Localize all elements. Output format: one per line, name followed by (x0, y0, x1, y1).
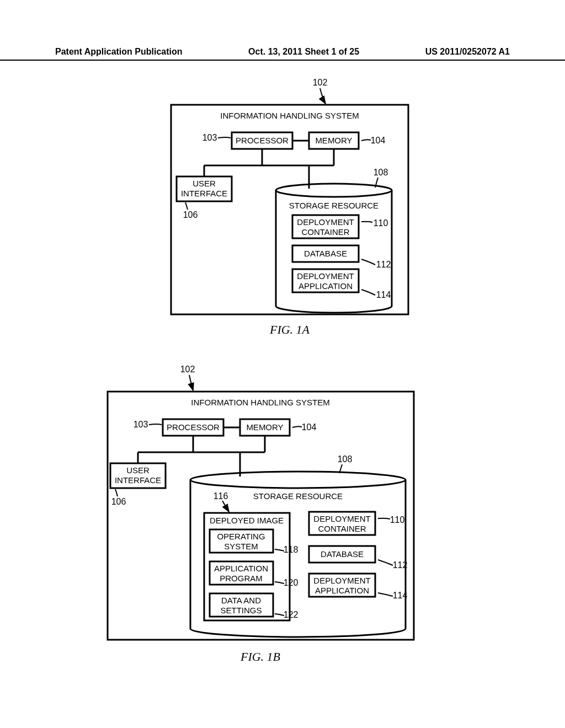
figB-memory: MEMORY (246, 422, 283, 432)
figA-caption: FIG. 1A (269, 323, 310, 336)
figB-dc1: DEPLOYMENT (313, 514, 370, 523)
ref-102b: 102 (180, 365, 195, 374)
ref-104b: 104 (302, 422, 317, 432)
figure-1a: INFORMATION HANDLING SYSTEM 102 PROCESSO… (171, 78, 408, 336)
header-center: Oct. 13, 2011 Sheet 1 of 25 (248, 47, 359, 57)
page-header: Patent Application Publication Oct. 13, … (0, 47, 565, 61)
figB-ap1: APPLICATION (214, 564, 268, 573)
header-right: US 2011/0252072 A1 (425, 47, 510, 57)
figB-di: DEPLOYED IMAGE (210, 516, 284, 525)
ref-118: 118 (284, 545, 299, 554)
figB-dc2: CONTAINER (318, 524, 366, 533)
figA-title: INFORMATION HANDLING SYSTEM (220, 111, 359, 120)
figB-ds1: DATA AND (221, 596, 261, 605)
figB-ui-1: USER (126, 465, 150, 475)
figB-storage: STORAGE RESOURCE (253, 491, 343, 501)
figA-ui-1: USER (193, 179, 216, 188)
ref-114b: 114 (393, 591, 408, 600)
ref-102a: 102 (313, 78, 328, 87)
figA-da1: DEPLOYMENT (297, 271, 354, 281)
figB-ap2: PROGRAM (220, 574, 263, 583)
ref-112a: 112 (376, 260, 391, 269)
header-left: Patent Application Publication (55, 47, 183, 57)
figA-dc2: CONTAINER (301, 227, 349, 237)
ref-106b: 106 (111, 497, 126, 506)
figB-processor: PROCESSOR (167, 422, 220, 432)
ref-116: 116 (214, 491, 228, 501)
figB-caption: FIG. 1B (240, 650, 280, 663)
svg-point-26 (190, 472, 406, 488)
figB-da2: APPLICATION (315, 586, 369, 595)
figA-db: DATABASE (304, 249, 347, 258)
ref-103b: 103 (134, 420, 148, 429)
ref-110a: 110 (374, 218, 388, 228)
figA-da2: APPLICATION (299, 281, 353, 291)
patent-page: Patent Application Publication Oct. 13, … (0, 0, 565, 728)
ref-110b: 110 (390, 515, 405, 524)
figure-1b: INFORMATION HANDLING SYSTEM 102 PROCESSO… (108, 365, 414, 663)
ref-104a: 104 (371, 136, 386, 145)
figA-storage: STORAGE RESOURCE (289, 201, 379, 210)
ref-106a: 106 (183, 210, 198, 220)
figB-ds2: SETTINGS (220, 606, 262, 615)
ref-120: 120 (284, 578, 299, 587)
ref-103a: 103 (202, 133, 217, 142)
figB-ui-2: INTERFACE (115, 475, 161, 485)
figA-processor: PROCESSOR (236, 136, 289, 145)
svg-point-10 (276, 184, 392, 197)
figB-title: INFORMATION HANDLING SYSTEM (191, 398, 329, 407)
ref-108a: 108 (374, 168, 388, 177)
figB-os1: OPERATING (217, 532, 265, 541)
figA-dc1: DEPLOYMENT (297, 217, 354, 227)
figB-db: DATABASE (321, 549, 364, 559)
figB-da1: DEPLOYMENT (313, 576, 370, 585)
ref-114a: 114 (376, 290, 391, 299)
figA-memory: MEMORY (315, 136, 352, 145)
ref-108b: 108 (338, 454, 353, 464)
ref-122: 122 (284, 610, 299, 619)
ref-112b: 112 (393, 560, 408, 570)
figB-os2: SYSTEM (224, 542, 258, 551)
diagram-svg: INFORMATION HANDLING SYSTEM 102 PROCESSO… (0, 72, 565, 722)
figA-ui-2: INTERFACE (181, 189, 227, 198)
